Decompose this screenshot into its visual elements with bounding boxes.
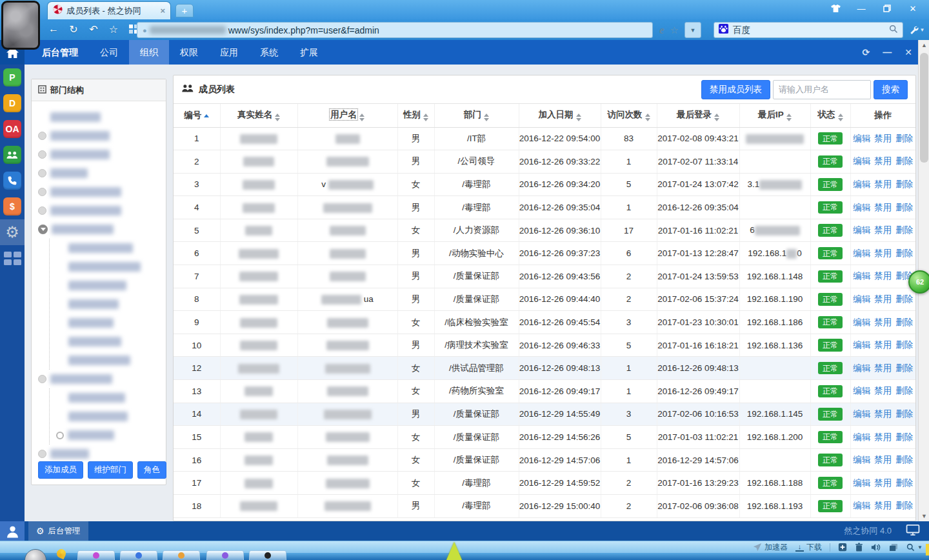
dept-tree-item[interactable] (38, 126, 166, 145)
restore-button[interactable] (879, 1, 895, 15)
dept-tree-item[interactable] (38, 201, 166, 220)
dept-tree-item[interactable] (38, 108, 166, 126)
delete-link[interactable]: 删除 (895, 248, 913, 258)
undo-icon[interactable]: ↶ (86, 21, 101, 37)
dept-tree-item[interactable] (38, 370, 166, 388)
dept-tree-item[interactable] (50, 314, 166, 332)
app-admin-button[interactable]: ⚙ (0, 219, 25, 245)
new-tab-button[interactable]: + (175, 4, 194, 17)
column-header-5[interactable]: 部门 (434, 104, 519, 127)
delete-link[interactable]: 删除 (895, 225, 913, 235)
tree-toggle-icon[interactable] (38, 206, 46, 215)
app-phone-button[interactable] (0, 168, 25, 194)
disable-link[interactable]: 禁用 (874, 248, 892, 258)
edit-link[interactable]: 编辑 (853, 179, 870, 189)
tree-toggle-icon[interactable] (56, 432, 64, 439)
column-header-7[interactable]: 访问次数 (601, 104, 657, 127)
speedball-widget[interactable]: 62 (908, 270, 929, 294)
disable-link[interactable]: 禁用 (874, 179, 892, 189)
disable-link[interactable]: 禁用 (874, 501, 892, 510)
column-header-3[interactable]: 用户名 (297, 104, 397, 127)
tab-close-icon[interactable]: × (160, 6, 165, 15)
tree-collapse-icon[interactable] (38, 225, 48, 234)
tree-toggle-icon[interactable] (38, 450, 46, 458)
dept-tree-item[interactable] (50, 426, 166, 445)
address-bar[interactable]: ● www/sys/index.php?m=user&f=admin (137, 22, 653, 38)
delete-link[interactable]: 删除 (895, 317, 913, 327)
edit-link[interactable]: 编辑 (853, 455, 870, 465)
taskbar-app-button-1[interactable] (77, 550, 115, 560)
trash-icon[interactable] (855, 543, 863, 552)
edit-link[interactable]: 编辑 (853, 363, 870, 373)
manage-dept-button[interactable]: 维护部门 (88, 461, 133, 479)
dept-tree-item[interactable] (50, 295, 166, 314)
column-header-1[interactable]: 编号 (174, 104, 220, 127)
app-doc-button[interactable]: D (0, 90, 25, 116)
app-cash-button[interactable]: $ (0, 194, 25, 219)
search-button[interactable]: 搜索 (874, 80, 908, 99)
tree-toggle-icon[interactable] (38, 169, 46, 177)
nav-item-3[interactable]: 组织 (129, 40, 169, 65)
edit-link[interactable]: 编辑 (853, 248, 870, 258)
dept-tree-item[interactable] (50, 257, 166, 276)
delete-link[interactable]: 删除 (895, 432, 913, 442)
disabled-members-button[interactable]: 禁用成员列表 (701, 80, 770, 99)
dept-tree-item[interactable] (50, 388, 166, 407)
dept-tree-item[interactable] (38, 220, 166, 239)
address-dropdown-icon[interactable]: ▼ (684, 22, 701, 38)
taskbar-app-button-4[interactable] (206, 550, 244, 560)
delete-link[interactable]: 删除 (895, 340, 913, 350)
edit-link[interactable]: 编辑 (853, 225, 870, 235)
page-refresh-icon[interactable]: ⟳ (863, 47, 870, 57)
column-header-6[interactable]: 加入日期 (519, 104, 601, 127)
close-button[interactable]: ✕ (904, 1, 921, 15)
back-icon[interactable]: ← (46, 21, 61, 37)
dept-tree-item[interactable] (38, 164, 166, 183)
edit-link[interactable]: 编辑 (853, 409, 870, 419)
add-box-icon[interactable] (838, 543, 847, 552)
app-more-button[interactable] (0, 245, 25, 271)
dept-tree-item[interactable] (50, 332, 166, 351)
delete-link[interactable]: 删除 (895, 455, 913, 465)
nav-item-6[interactable]: 系统 (249, 40, 289, 65)
accelerator-button[interactable]: 加速器 (753, 542, 788, 553)
column-header-9[interactable]: 最后IP (739, 104, 810, 127)
edit-link[interactable]: 编辑 (853, 501, 870, 510)
tools-wrench-icon[interactable]: ▼ (907, 22, 926, 38)
page-minimize-icon[interactable]: — (883, 47, 892, 57)
edit-link[interactable]: 编辑 (853, 156, 870, 166)
delete-link[interactable]: 删除 (895, 409, 913, 419)
scrollbar-thumb[interactable] (920, 53, 928, 163)
disable-link[interactable]: 禁用 (874, 432, 892, 442)
app-oa-button[interactable]: OA (0, 116, 25, 142)
column-header-8[interactable]: 最后登录 (657, 104, 739, 127)
edit-link[interactable]: 编辑 (853, 271, 870, 281)
column-header-4[interactable]: 性别 (397, 104, 434, 127)
dept-tree-item[interactable] (38, 445, 166, 463)
username-search-input[interactable] (773, 80, 871, 99)
delete-link[interactable]: 删除 (895, 134, 913, 143)
search-magnifier-icon[interactable] (889, 25, 898, 36)
favorite-star-icon[interactable]: ☆ (106, 21, 121, 37)
nav-item-4[interactable]: 权限 (169, 40, 209, 65)
delete-link[interactable]: 删除 (895, 203, 913, 212)
disable-link[interactable]: 禁用 (874, 317, 892, 327)
edit-link[interactable]: 编辑 (853, 432, 870, 442)
delete-link[interactable]: 删除 (895, 501, 913, 510)
dept-tree-item[interactable] (50, 407, 166, 426)
edit-link[interactable]: 编辑 (853, 386, 870, 395)
disable-link[interactable]: 禁用 (874, 340, 892, 350)
disable-link[interactable]: 禁用 (874, 271, 892, 281)
edit-link[interactable]: 编辑 (853, 317, 870, 327)
roles-button[interactable]: 角色 (137, 461, 166, 479)
search-box[interactable]: 百度 (714, 22, 903, 38)
delete-link[interactable]: 删除 (895, 478, 913, 488)
taskbar-app-button-3[interactable] (163, 550, 200, 560)
dept-tree-item[interactable] (38, 145, 166, 164)
scroll-up-icon[interactable]: ▲ (919, 40, 929, 50)
tree-toggle-icon[interactable] (38, 132, 46, 140)
dept-tree-item[interactable] (50, 276, 166, 295)
speaker-icon[interactable] (871, 543, 881, 552)
disable-link[interactable]: 禁用 (874, 203, 892, 212)
delete-link[interactable]: 删除 (895, 386, 913, 395)
